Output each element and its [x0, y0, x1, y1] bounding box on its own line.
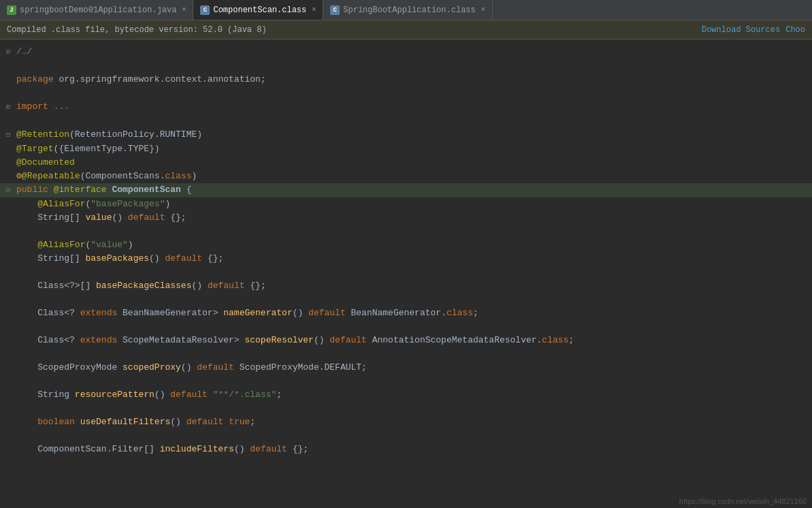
tab-componentscan[interactable]: C ComponentScan.class ×: [193, 0, 323, 20]
code-content: @AliasFor("basePackages"): [14, 197, 809, 211]
tab-label: ComponentScan.class: [213, 5, 306, 15]
code-line: Class<?>[] basePackageClasses() default …: [0, 279, 812, 293]
tab-close-icon[interactable]: ×: [312, 6, 316, 14]
info-bar-left: Compiled .class file, bytecode version: …: [7, 25, 267, 35]
code-line: [0, 347, 812, 361]
tab-bar: J springbootDemo01Application.java × C C…: [0, 0, 812, 20]
tab-springbootapplication[interactable]: C SpringBootApplication.class ×: [323, 0, 492, 20]
download-sources-button[interactable]: Download Sources: [702, 25, 780, 35]
fold-icon: [3, 347, 14, 348]
info-bar-right: Download Sources Choo: [702, 25, 805, 35]
fold-icon: [3, 443, 14, 443]
code-line: boolean useDefaultFilters() default true…: [0, 415, 812, 429]
code-content: @Target({ElementType.TYPE}): [14, 142, 809, 156]
code-content: [14, 59, 809, 73]
code-content: [14, 429, 809, 443]
compiled-message: Compiled .class file, bytecode version: …: [7, 25, 267, 35]
fold-icon: [3, 73, 14, 74]
code-line: [0, 225, 812, 238]
code-line: @Documented: [0, 156, 812, 170]
code-line: @Target({ElementType.TYPE}): [0, 142, 812, 156]
fold-icon: [3, 156, 14, 157]
java-icon: J: [7, 5, 16, 15]
fold-icon: [3, 320, 14, 321]
code-content: @AliasFor("value"): [14, 238, 809, 252]
code-line: [0, 59, 812, 73]
code-line: @AliasFor("value"): [0, 238, 812, 252]
code-line: ⊟ public @interface ComponentScan {: [0, 183, 812, 197]
fold-icon: [3, 279, 14, 280]
fold-icon: [3, 266, 14, 266]
fold-icon: [3, 429, 14, 430]
code-line: Class<? extends BeanNameGenerator> nameG…: [0, 306, 812, 320]
code-content: [14, 402, 809, 415]
code-content: [14, 114, 809, 128]
fold-icon[interactable]: ⊞: [3, 100, 14, 114]
fold-icon: [3, 293, 14, 293]
code-content: ScopedProxyMode scopedProxy() default Sc…: [14, 361, 809, 375]
tab-springboot-application[interactable]: J springbootDemo01Application.java ×: [0, 0, 193, 20]
code-content: /…/: [14, 45, 809, 59]
code-line: [0, 266, 812, 279]
code-content: package org.springframework.context.anno…: [14, 73, 809, 86]
code-line: ⚙@Repeatable(ComponentScans.class): [0, 170, 812, 183]
fold-icon: [3, 402, 14, 402]
fold-icon[interactable]: ⊞: [3, 45, 14, 59]
code-content: @Documented: [14, 156, 809, 170]
code-line: ⊞ import ...: [0, 100, 812, 114]
tab-close-icon[interactable]: ×: [481, 6, 485, 14]
code-line: [0, 429, 812, 443]
code-line: String[] value() default {};: [0, 211, 812, 225]
code-line: [0, 293, 812, 306]
fold-icon: [3, 86, 14, 87]
code-line: [0, 320, 812, 334]
code-content: String[] value() default {};: [14, 211, 809, 225]
code-content: import ...: [14, 100, 809, 114]
tab-label: springbootDemo01Application.java: [20, 5, 176, 15]
code-content: String[] basePackages() default {};: [14, 252, 809, 266]
code-line: ⊞ /…/: [0, 45, 812, 59]
code-line: String[] basePackages() default {};: [0, 252, 812, 266]
code-line: package org.springframework.context.anno…: [0, 73, 812, 86]
fold-icon: [3, 197, 14, 198]
fold-icon: [3, 334, 14, 334]
code-content: [14, 225, 809, 238]
code-line: ComponentScan.Filter[] includeFilters() …: [0, 443, 812, 456]
code-content: String resourcePattern() default "**/*.c…: [14, 388, 809, 402]
fold-icon: ⊟: [3, 128, 14, 142]
fold-icon: [3, 211, 14, 212]
fold-icon: [3, 114, 14, 115]
code-line: [0, 86, 812, 100]
tab-label: SpringBootApplication.class: [343, 5, 475, 15]
code-content: [14, 347, 809, 361]
code-content: Class<?>[] basePackageClasses() default …: [14, 279, 809, 293]
tab-close-icon[interactable]: ×: [182, 6, 186, 14]
code-content: Class<? extends ScopeMetadataResolver> s…: [14, 334, 809, 347]
fold-icon: [3, 225, 14, 225]
code-content: [14, 293, 809, 306]
code-line: ScopedProxyMode scopedProxy() default Sc…: [0, 361, 812, 375]
fold-icon: [3, 252, 14, 253]
code-content: [14, 266, 809, 279]
code-line: [0, 114, 812, 128]
code-content: boolean useDefaultFilters() default true…: [14, 415, 809, 429]
fold-icon: [3, 361, 14, 362]
fold-icon: [3, 238, 14, 239]
fold-icon: [3, 375, 14, 375]
code-content: Class<? extends BeanNameGenerator> nameG…: [14, 306, 809, 320]
code-line: [0, 375, 812, 388]
code-line: ⊟ @Retention(RetentionPolicy.RUNTIME): [0, 128, 812, 142]
code-content: @Retention(RetentionPolicy.RUNTIME): [14, 128, 809, 142]
choo-button[interactable]: Choo: [785, 25, 805, 35]
class-icon: C: [200, 5, 210, 15]
code-line: [0, 402, 812, 415]
class-icon: C: [330, 5, 340, 15]
fold-icon: [3, 59, 14, 60]
code-area[interactable]: ⊞ /…/ package org.springframework.contex…: [0, 39, 812, 508]
code-content: ComponentScan.Filter[] includeFilters() …: [14, 443, 809, 456]
fold-icon: [3, 306, 14, 307]
fold-icon: [3, 142, 14, 143]
code-line: String resourcePattern() default "**/*.c…: [0, 388, 812, 402]
fold-icon[interactable]: ⊟: [3, 183, 14, 197]
fold-icon: [3, 170, 14, 170]
